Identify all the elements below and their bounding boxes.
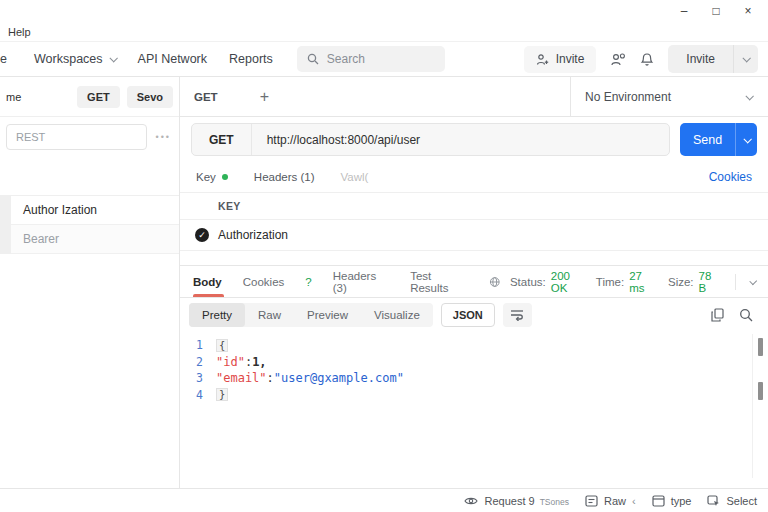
select-label: Select [726, 495, 757, 507]
invite-dropdown-chevron-icon[interactable] [734, 56, 758, 62]
cookies-link[interactable]: Cookies [709, 170, 752, 184]
network-globe-icon [489, 275, 501, 289]
status-bar: Request 9 TSones Raw ‹ type Select [0, 488, 768, 512]
checked-checkbox-icon[interactable]: ✓ [195, 228, 209, 242]
response-tab-cookies[interactable]: Cookies [243, 266, 285, 297]
tab-headers[interactable]: Headers (1) [254, 171, 315, 183]
type-label: type [671, 495, 692, 507]
more-options-icon[interactable]: ••• [156, 132, 173, 142]
view-segmented-control: Pretty Raw Preview Visualize [189, 303, 433, 327]
request-tab[interactable]: GET [180, 77, 232, 116]
document-icon [585, 495, 598, 507]
params-row-label: Authorization [218, 228, 288, 242]
code-token: "email" [216, 371, 267, 385]
new-tab-button[interactable]: + [232, 77, 297, 116]
editor-scrollbar[interactable] [752, 334, 768, 478]
code-lines: 1{2"id": 1,3"email": "user@gxample.com"4… [180, 337, 768, 403]
tab-headers-label: Headers (1) [254, 171, 315, 183]
response-tab-tests-label: Test Results [410, 270, 468, 294]
environment-selector[interactable]: No Environment [570, 77, 768, 116]
send-dropdown-chevron-icon[interactable] [736, 137, 757, 143]
nav-home-partial[interactable]: e [0, 52, 12, 66]
meta-divider [735, 274, 736, 290]
window-titlebar: – □ × [0, 0, 768, 22]
url-input[interactable]: http://localhost:8000/api/user [252, 133, 435, 147]
code-token: : [245, 355, 252, 369]
view-raw[interactable]: Raw [245, 303, 294, 327]
nav-api-network[interactable]: API Network [138, 52, 207, 66]
sidebar-header: me GET Sevo [0, 77, 179, 117]
method-selector[interactable]: GET [192, 124, 252, 155]
collapse-response-chevron-icon[interactable] [749, 277, 757, 285]
nav-workspaces-label: Workspaces [34, 52, 103, 66]
tab-vault-label: Vawl( [341, 171, 369, 183]
top-nav: e Workspaces API Network Reports Search … [0, 42, 768, 77]
time-value: 27 ms [629, 270, 655, 294]
response-tab-headers[interactable]: Headers (3) [333, 266, 389, 297]
line-number: 2 [180, 355, 216, 369]
params-row-authorization[interactable]: ✓ Authorization [180, 220, 768, 251]
notifications-bell-icon[interactable] [640, 52, 654, 67]
url-box: GET http://localhost:8000/api/user [191, 123, 670, 156]
search-placeholder: Search [327, 52, 365, 66]
tab-key[interactable]: Key [196, 171, 228, 183]
sidebar-filter-input[interactable]: REST [6, 124, 147, 150]
format-bar-actions [711, 308, 759, 322]
tab-key-label: Key [196, 171, 216, 183]
wrap-lines-icon[interactable] [503, 303, 532, 327]
invite-ghost-button[interactable]: Invite [524, 46, 597, 73]
raw-toggle[interactable]: Raw ‹ [585, 495, 636, 507]
chevron-down-icon [109, 54, 117, 62]
account-settings-icon[interactable] [610, 52, 626, 67]
sidebar-item-bearer[interactable]: Bearer [0, 225, 179, 254]
close-icon[interactable]: × [732, 0, 764, 22]
key-column-label: KEY [218, 200, 241, 212]
request-history-label: Request 9 [484, 495, 534, 507]
view-preview[interactable]: Preview [294, 303, 361, 327]
line-number: 4 [180, 388, 216, 402]
nav-workspaces[interactable]: Workspaces [34, 52, 116, 66]
select-control[interactable]: Select [707, 495, 757, 507]
code-token: "user@gxample.com" [274, 371, 404, 385]
search-input[interactable]: Search [297, 46, 445, 72]
line-number: 3 [180, 371, 216, 385]
scrollbar-thumb[interactable] [758, 338, 763, 356]
response-tab-body[interactable]: Body [193, 266, 222, 297]
invite-primary-button[interactable]: Invite [668, 45, 758, 73]
code-token: 1, [252, 355, 266, 369]
main-panel: GET + No Environment GET http://localhos… [180, 77, 768, 488]
sidebar-scrollbar-gutter[interactable] [0, 196, 11, 254]
copy-icon[interactable] [711, 308, 724, 322]
nav-reports[interactable]: Reports [229, 52, 273, 66]
sidebar-get-button[interactable]: GET [77, 86, 120, 108]
environment-label: No Environment [585, 90, 671, 104]
request-options-tabs: Key Headers (1) Vawl( Cookies [180, 162, 768, 192]
request-history-control[interactable]: Request 9 TSones [464, 494, 568, 507]
language-selector[interactable]: JSON [441, 303, 495, 327]
view-visualize[interactable]: Visualize [361, 303, 433, 327]
tab-vault[interactable]: Vawl( [341, 171, 369, 183]
menu-bar: Help [0, 22, 768, 42]
response-tab-test-results[interactable]: Test Results [410, 266, 468, 297]
sidebar-filter-row: REST ••• [0, 117, 179, 157]
chevron-down-icon [745, 92, 753, 100]
sidebar-item-authorization[interactable]: Author Ization [0, 196, 179, 225]
minimize-icon[interactable]: – [668, 0, 700, 22]
back-chevron-icon[interactable]: ‹ [632, 495, 636, 507]
app-window: – □ × Help e Workspaces API Network Repo… [0, 0, 768, 512]
sidebar-save-button[interactable]: Sevo [127, 86, 173, 108]
scrollbar-thumb[interactable] [758, 382, 763, 400]
code-token: { [216, 339, 228, 352]
type-control[interactable]: type [652, 495, 692, 507]
search-response-icon[interactable] [739, 308, 753, 322]
response-body-editor[interactable]: 1{2"id": 1,3"email": "user@gxample.com"4… [180, 331, 768, 488]
view-pretty[interactable]: Pretty [189, 303, 245, 327]
request-history-sub: TSones [540, 497, 569, 507]
sidebar-list: Author Ization Bearer [0, 195, 179, 254]
response-help-icon[interactable]: ? [305, 266, 311, 297]
invite-ghost-label: Invite [556, 52, 585, 66]
maximize-icon[interactable]: □ [700, 0, 732, 22]
send-button[interactable]: Send [680, 123, 757, 156]
menu-help[interactable]: Help [8, 26, 31, 38]
time-label: Time: [596, 276, 624, 288]
